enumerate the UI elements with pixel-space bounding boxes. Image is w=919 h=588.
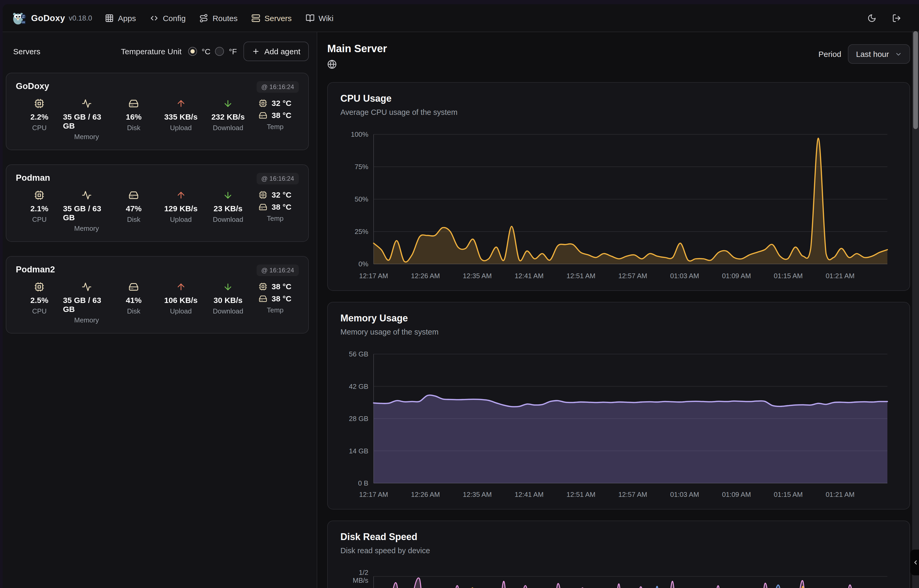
server-name: Podman2 (16, 265, 55, 275)
usage-chart: 56 GB42 GB28 GB14 GB0 B12:17 AM12:26 AM1… (341, 349, 897, 502)
stat-disk: 41% Disk (110, 282, 157, 315)
svg-text:0%: 0% (359, 260, 368, 268)
arrow-down-icon (223, 282, 233, 292)
hard-drive-icon (259, 294, 267, 303)
stat-temp: 38 °C 38 °C Temp (252, 282, 299, 314)
add-agent-button[interactable]: Add agent (243, 42, 309, 61)
radio-button[interactable] (188, 47, 197, 56)
screen: GoDoxy v0.18.0 Apps Config Routes Server… (0, 0, 919, 588)
svg-text:12:26 AM: 12:26 AM (411, 272, 440, 280)
svg-text:MB/s: MB/s (353, 577, 368, 584)
temp-disk-value: 38 °C (271, 111, 291, 120)
svg-text:01:15 AM: 01:15 AM (774, 272, 803, 280)
nav-item-servers[interactable]: Servers (251, 13, 292, 23)
nav-item-config[interactable]: Config (150, 13, 186, 23)
logout-icon (892, 13, 901, 23)
unit-label: °C (202, 47, 210, 56)
svg-text:01:03 AM: 01:03 AM (670, 272, 699, 280)
nav-item-wiki[interactable]: Wiki (305, 13, 334, 23)
svg-text:12:35 AM: 12:35 AM (463, 272, 492, 280)
hard-drive-icon (129, 190, 139, 200)
period-select[interactable]: Last hour (848, 44, 910, 64)
server-updated-badge: @ 16:16:24 (257, 81, 299, 93)
temperature-unit-option[interactable]: °C (188, 47, 210, 56)
server-card[interactable]: GoDoxy @ 16:16:24 2.2% CPU 35 GB / 63 GB… (6, 73, 309, 150)
server-updated-badge: @ 16:16:24 (257, 265, 299, 276)
page-title: Main Server (327, 43, 387, 55)
server-card[interactable]: Podman @ 16:16:24 2.1% CPU 35 GB / 63 GB… (6, 165, 309, 242)
stat-value: 35 GB / 63 GB (63, 112, 110, 130)
stat-label: CPU (32, 307, 47, 315)
stat-value: 106 KB/s (164, 296, 198, 305)
stat-value: 2.1% (30, 204, 48, 213)
top-navbar: GoDoxy v0.18.0 Apps Config Routes Server… (3, 4, 919, 32)
chevron-left-icon (912, 559, 919, 566)
activity-icon (82, 282, 92, 292)
stat-upload: 106 KB/s Upload (157, 282, 205, 315)
temp-disk-value: 38 °C (271, 202, 291, 211)
main-nav: Apps Config Routes Servers Wiki (105, 13, 334, 23)
svg-text:56 GB: 56 GB (349, 350, 368, 358)
temp-disk-value: 38 °C (271, 294, 291, 303)
collapse-panel-tab[interactable] (910, 549, 919, 575)
svg-text:12:17 AM: 12:17 AM (359, 272, 388, 280)
stat-value: 41% (126, 296, 142, 305)
stat-label: Disk (127, 307, 141, 315)
period-label: Period (818, 50, 841, 58)
stat-upload: 335 KB/s Upload (157, 99, 205, 132)
arrow-down-icon (223, 99, 233, 108)
logout-button[interactable] (892, 13, 901, 23)
stat-label: Disk (127, 124, 141, 132)
nav-item-routes[interactable]: Routes (199, 13, 237, 23)
plus-icon (252, 47, 260, 55)
server-card[interactable]: Podman2 @ 16:16:24 2.5% CPU 35 GB / 63 G… (6, 256, 309, 333)
stat-memory: 35 GB / 63 GB Memory (63, 190, 110, 233)
temperature-unit-option[interactable]: °F (215, 47, 237, 56)
stat-download: 30 KB/s Download (205, 282, 252, 315)
stat-upload: 129 KB/s Upload (157, 190, 205, 223)
stat-label: CPU (32, 215, 47, 223)
stat-value: 335 KB/s (164, 112, 198, 121)
server-name: GoDoxy (16, 81, 49, 91)
stat-disk: 47% Disk (110, 190, 157, 223)
svg-text:01:21 AM: 01:21 AM (826, 272, 855, 280)
nav-item-apps[interactable]: Apps (105, 13, 136, 23)
stat-label: Memory (74, 225, 99, 233)
grid-icon (105, 13, 114, 23)
stat-label: Memory (74, 133, 99, 141)
stat-value: 2.5% (30, 296, 48, 305)
stat-value: 35 GB / 63 GB (63, 204, 110, 222)
disk-chart-card: Disk Read Speed Disk read speed by devic… (327, 520, 910, 588)
chart-subtitle: Disk read speed by device (341, 546, 897, 555)
svg-text:25%: 25% (355, 228, 368, 236)
svg-text:14 GB: 14 GB (349, 447, 368, 455)
scrollbar-thumb[interactable] (913, 31, 918, 129)
theme-toggle-button[interactable] (867, 13, 876, 23)
main-content: Main Server Period Last hour CPU Usage A… (317, 32, 919, 588)
app-window: GoDoxy v0.18.0 Apps Config Routes Server… (3, 4, 919, 588)
svg-text:12:51 AM: 12:51 AM (567, 491, 596, 498)
chart-subtitle: Memory usage of the system (341, 328, 897, 336)
cpu-icon (259, 191, 267, 199)
stat-label: Memory (74, 316, 99, 324)
vertical-scrollbar[interactable] (912, 31, 919, 588)
cpu-icon (34, 190, 45, 200)
stat-cpu: 2.1% CPU (16, 190, 63, 223)
radio-button[interactable] (215, 47, 224, 56)
stat-label: Temp (267, 306, 284, 314)
arrow-up-icon (176, 99, 186, 108)
activity-icon (82, 190, 92, 200)
stat-cpu: 2.5% CPU (16, 282, 63, 315)
code-icon (150, 13, 158, 23)
usage-chart: 1/2MB/s (341, 567, 897, 588)
server-card-list: GoDoxy @ 16:16:24 2.2% CPU 35 GB / 63 GB… (3, 73, 317, 333)
svg-text:12:17 AM: 12:17 AM (359, 491, 388, 498)
arrow-up-icon (176, 190, 186, 200)
stat-value: 47% (126, 204, 142, 213)
stat-value: 23 KB/s (213, 204, 242, 213)
activity-icon (82, 99, 92, 108)
cpu-icon (34, 282, 45, 292)
stat-cpu: 2.2% CPU (16, 99, 63, 132)
svg-text:12:26 AM: 12:26 AM (411, 491, 440, 498)
svg-text:01:21 AM: 01:21 AM (826, 491, 855, 498)
